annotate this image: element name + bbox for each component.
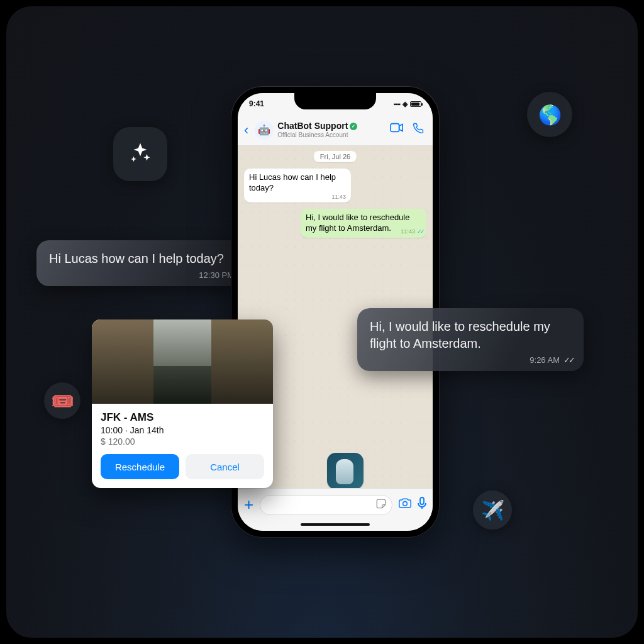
input-bar: + xyxy=(238,488,433,521)
chat-titles[interactable]: ChatBot Support Official Business Accoun… xyxy=(277,121,390,138)
floating-bubble-text: Hi, I would like to reschedule my flight… xyxy=(370,318,571,352)
message-time: 11:43 xyxy=(331,194,346,201)
message-time: 11:43 xyxy=(401,228,415,236)
floating-bubble-bot: Hi Lucas how can I help today? 12:30 PM … xyxy=(36,240,258,286)
message-text: Hi Lucas how can I help today? xyxy=(249,172,336,192)
svg-point-1 xyxy=(403,502,408,506)
plane-icon: ✈️ xyxy=(473,491,512,530)
floating-bubble-time: 12:30 PM xyxy=(199,270,234,281)
message-incoming[interactable]: Hi Lucas how can I help today? 11:43 xyxy=(244,169,351,203)
floating-bubble-time: 9:26 AM xyxy=(530,355,560,366)
signal-icon: ▪▪▪▪ xyxy=(394,101,400,108)
wifi-icon: ◈ xyxy=(402,100,408,108)
verified-badge-icon xyxy=(350,123,357,130)
mic-button[interactable] xyxy=(418,497,426,513)
avatar[interactable]: 🤖 xyxy=(255,121,274,140)
chat-navbar: ‹ 🤖 ChatBot Support Official Business Ac… xyxy=(238,114,433,146)
notch xyxy=(294,93,376,109)
globe-icon: 🌎 xyxy=(527,92,572,137)
home-indicator xyxy=(238,521,433,531)
message-input[interactable] xyxy=(260,495,392,515)
back-button[interactable]: ‹ xyxy=(243,122,251,138)
card-datetime: 10:00 · Jan 14th xyxy=(101,425,264,435)
read-ticks-icon: ✓✓ xyxy=(417,228,423,236)
camera-button[interactable] xyxy=(399,497,411,512)
read-ticks-icon: ✓✓ xyxy=(564,355,574,366)
ticket-icon: 🎟️ xyxy=(44,382,80,419)
status-time: 9:41 xyxy=(249,99,264,108)
chat-subtitle: Official Business Account xyxy=(277,131,390,138)
reschedule-button[interactable]: Reschedule xyxy=(101,454,179,479)
sticker-message[interactable] xyxy=(327,453,364,488)
svg-rect-2 xyxy=(420,497,424,504)
video-call-button[interactable] xyxy=(390,123,404,137)
cancel-button[interactable]: Cancel xyxy=(186,454,264,479)
battery-icon xyxy=(410,101,421,107)
attach-button[interactable]: + xyxy=(244,495,253,514)
voice-call-button[interactable] xyxy=(413,123,424,137)
flight-card: JFK - AMS 10:00 · Jan 14th $ 120.00 Resc… xyxy=(92,319,273,488)
card-price: $ 120.00 xyxy=(101,436,264,447)
floating-bubble-user: Hi, I would like to reschedule my flight… xyxy=(357,308,584,371)
card-image xyxy=(92,319,273,404)
stage: 🌎 🎟️ ✈️ Hi Lucas how can I help today? 1… xyxy=(6,6,638,638)
message-text: Hi, I would like to reschedule my flight… xyxy=(306,213,409,233)
message-outgoing[interactable]: Hi, I would like to reschedule my flight… xyxy=(301,209,426,238)
svg-rect-0 xyxy=(391,124,399,132)
date-pill: Fri, Jul 26 xyxy=(314,151,357,162)
chat-title: ChatBot Support xyxy=(277,121,348,131)
floating-bubble-text: Hi Lucas how can I help today? xyxy=(49,250,245,267)
card-route: JFK - AMS xyxy=(101,411,264,424)
sticker-icon[interactable] xyxy=(375,498,387,512)
sparkle-icon xyxy=(113,127,167,181)
